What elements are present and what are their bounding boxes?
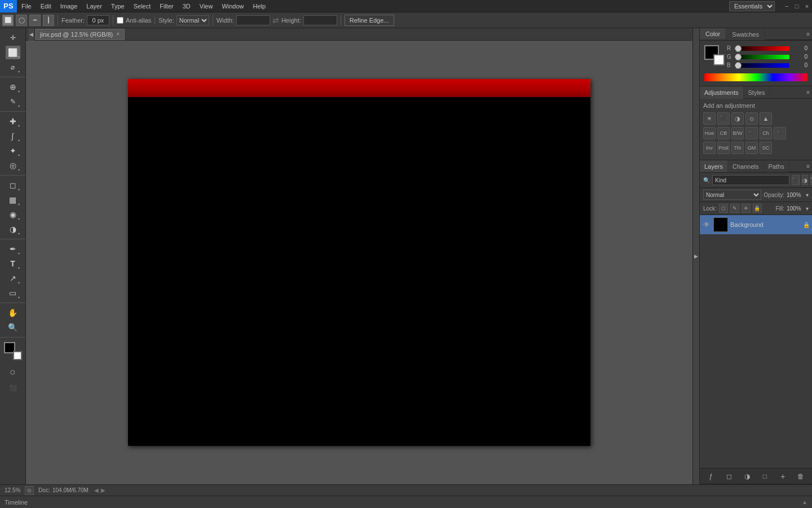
move-tool[interactable]: ✛	[6, 31, 20, 45]
layer-blend-mode[interactable]: Normal	[703, 190, 761, 200]
lasso-tool[interactable]: ⌀ ▾	[6, 60, 20, 74]
hue-sat-btn[interactable]: Hue	[703, 127, 716, 139]
lock-position-btn[interactable]: ✛	[742, 204, 751, 213]
clone-tool[interactable]: ✦ ▾	[6, 144, 20, 157]
layers-tab[interactable]: Layers	[700, 160, 728, 172]
menu-select[interactable]: Select	[129, 0, 156, 12]
channel-mixer-btn[interactable]: Ch	[760, 127, 772, 139]
background-swatch[interactable]	[713, 54, 725, 65]
close-tab-button[interactable]: ×	[116, 31, 120, 37]
menu-window[interactable]: Window	[217, 0, 248, 12]
filter-pixel-btn[interactable]: ⬛	[792, 175, 800, 185]
paths-tab[interactable]: Paths	[764, 160, 789, 172]
col-marquee-mode[interactable]: ┃	[43, 15, 54, 26]
anti-alias-checkbox[interactable]	[117, 17, 123, 24]
eyedropper-tool[interactable]: ✎ ▾	[6, 95, 20, 108]
screen-mode-button[interactable]: ⬛	[6, 381, 20, 395]
photo-filter-btn[interactable]: ⬛	[745, 127, 758, 139]
swap-dimensions-icon[interactable]: ⇄	[272, 16, 279, 25]
zoom-tool[interactable]: 🔍	[6, 321, 20, 334]
color-lookup-btn[interactable]: ⬛	[774, 127, 786, 139]
menu-file[interactable]: File	[17, 0, 36, 12]
collapse-right-button[interactable]: ▶	[692, 28, 699, 484]
opacity-arrow-icon[interactable]: ▾	[806, 192, 809, 198]
layers-kind-input[interactable]	[712, 175, 789, 185]
b-slider-container[interactable]	[735, 63, 789, 68]
height-input[interactable]	[303, 15, 337, 25]
status-back-arrow[interactable]: ◀	[93, 487, 100, 493]
vibrance-btn[interactable]: ▲	[760, 112, 772, 125]
refine-edge-button[interactable]: Refine Edge...	[345, 15, 394, 26]
g-slider-container[interactable]	[735, 55, 789, 59]
gradient-tool[interactable]: ▦ ▾	[6, 193, 20, 207]
timeline-label[interactable]: Timeline	[5, 499, 28, 506]
menu-type[interactable]: Type	[107, 0, 129, 12]
healing-tool[interactable]: ✚ ▾	[6, 115, 20, 128]
lock-pixels-btn[interactable]: ⬡	[719, 204, 728, 213]
menu-help[interactable]: Help	[249, 0, 271, 12]
ellipse-marquee-mode[interactable]: ◯	[16, 15, 27, 26]
hand-tool[interactable]: ✋	[6, 306, 20, 319]
timeline-expand-icon[interactable]: ▲	[802, 499, 807, 505]
posterize-btn[interactable]: Post	[717, 142, 730, 154]
menu-view[interactable]: View	[195, 0, 218, 12]
channels-tab[interactable]: Channels	[728, 160, 764, 172]
bw-btn[interactable]: B/W	[731, 127, 744, 139]
style-dropdown[interactable]: Normal	[176, 15, 209, 25]
delete-layer-button[interactable]: 🗑	[795, 471, 806, 482]
layer-item-background[interactable]: 👁 Background 🔒	[700, 215, 812, 234]
path-selection-tool[interactable]: ↗ ▾	[6, 271, 20, 285]
workspace-dropdown[interactable]: Essentials	[729, 1, 775, 11]
canvas-options-button[interactable]: ⊙	[25, 486, 34, 495]
eraser-tool[interactable]: ◻ ▾	[6, 178, 20, 192]
menu-filter[interactable]: Filter	[155, 0, 178, 12]
row-marquee-mode[interactable]: ━	[29, 15, 41, 26]
styles-tab[interactable]: Styles	[744, 86, 770, 99]
lock-all-btn[interactable]: 🔒	[753, 204, 762, 213]
curves-btn[interactable]: ◑	[731, 112, 744, 125]
type-tool[interactable]: T ▾	[6, 257, 20, 270]
background-color-toolbar[interactable]	[13, 351, 22, 360]
new-layer-button[interactable]: +	[777, 471, 788, 482]
collapse-left-button[interactable]: ◀	[28, 28, 35, 41]
dodge-tool[interactable]: ◑ ▾	[6, 222, 20, 236]
menu-image[interactable]: Image	[56, 0, 82, 12]
rect-marquee-mode[interactable]: ⬜	[2, 15, 14, 26]
history-brush-tool[interactable]: ◎ ▾	[6, 159, 20, 172]
levels-btn[interactable]: ⬛	[717, 112, 730, 125]
color-spectrum[interactable]	[704, 73, 807, 81]
new-group-button[interactable]: □	[759, 471, 770, 482]
workspace-selector[interactable]: Essentials	[729, 1, 775, 11]
crop-tool[interactable]: ⊕ ▾	[6, 80, 20, 94]
status-forward-arrow[interactable]: ▶	[100, 487, 107, 493]
brightness-contrast-btn[interactable]: ☀	[703, 112, 716, 125]
width-input[interactable]	[236, 15, 270, 25]
lock-image-btn[interactable]: ✎	[730, 204, 739, 213]
swatches-tab[interactable]: Swatches	[726, 28, 765, 40]
color-tab[interactable]: Color	[700, 28, 726, 40]
threshold-btn[interactable]: Thr	[731, 142, 744, 154]
color-balance-btn[interactable]: CB	[717, 127, 730, 139]
invert-btn[interactable]: Inv	[703, 142, 716, 154]
close-button[interactable]: ×	[802, 1, 812, 11]
feather-input[interactable]	[87, 15, 109, 25]
menu-3d[interactable]: 3D	[178, 0, 195, 12]
add-mask-button[interactable]: ◻	[723, 471, 735, 482]
layers-panel-menu-icon[interactable]: ≡	[806, 163, 810, 169]
r-slider-container[interactable]	[735, 46, 789, 51]
blur-tool[interactable]: ◉ ▾	[6, 208, 20, 221]
filter-adj-btn[interactable]: ◑	[802, 175, 808, 185]
adjustments-tab[interactable]: Adjustments	[700, 86, 744, 99]
brush-tool[interactable]: ∫ ▾	[6, 129, 20, 143]
new-adjustment-layer-button[interactable]: ◑	[742, 471, 753, 482]
maximize-button[interactable]: □	[792, 1, 802, 11]
fill-arrow-icon[interactable]: ▾	[806, 205, 809, 212]
color-panel-menu-icon[interactable]: ≡	[806, 31, 810, 37]
layer-visibility-toggle[interactable]: 👁	[702, 220, 711, 229]
marquee-tool[interactable]: ⬜ ▾	[6, 46, 20, 59]
exposure-btn[interactable]: ⊙	[745, 112, 758, 125]
selective-color-btn[interactable]: SC	[760, 142, 772, 154]
add-fx-button[interactable]: ƒ	[705, 471, 717, 482]
adj-panel-menu-icon[interactable]: ≡	[806, 89, 810, 95]
minimize-button[interactable]: −	[782, 1, 792, 11]
